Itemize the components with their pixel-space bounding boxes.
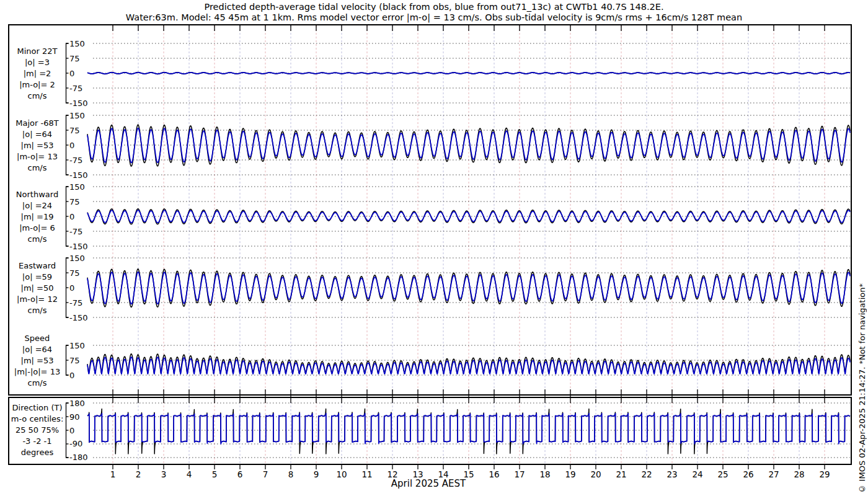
tidal-velocity-figure: Predicted depth-average tidal velocity (… [0,0,868,496]
y-tick-label: 75 [69,356,80,365]
y-tick-label: -180 [69,453,88,462]
y-tick-label: 150 [69,111,85,120]
panel-major-label-line: |o| =64 [22,130,52,139]
direction-panel-box [9,397,851,464]
x-axis-title: April 2025 AEST [87,478,769,489]
panel-eastward-label-line: |m-o|= 12 [17,294,58,304]
panel-major-label-line: |m| =53 [21,141,54,150]
y-tick-label: 150 [69,182,85,192]
y-tick-label: 150 [69,39,85,48]
y-tick-label: 0 [69,141,74,150]
panel-eastward-label-line: |o| =59 [22,272,52,281]
panel-northward-label-line: |m| =19 [21,212,54,221]
panel-speed-label-line: Speed [25,334,50,343]
panel-northward-label-line: Northward [16,190,58,199]
panel-eastward-label-line: cm/s [28,306,47,315]
y-tick-label: -150 [69,170,88,180]
panel-speed-label-line: |m|-|o|= 13 [14,367,60,376]
y-tick-label: -75 [69,298,82,308]
y-tick-label: -75 [69,84,82,93]
panel-minor-label-line: cm/s [28,91,47,100]
y-tick-label: -75 [69,156,82,165]
panel-northward-label-line: cm/s [28,234,47,244]
panel-eastward-label-line: Eastward [19,261,56,270]
y-tick-label: 0 [69,426,74,435]
x-tick-label: 29 [819,469,830,479]
panel-minor-label-line: Minor 22T [17,46,58,56]
panel-major-label-line: cm/s [28,163,47,172]
velocity-panels-box [9,25,851,395]
panel-direction-label-line: degrees [21,448,54,457]
panel-speed-label-line: cm/s [28,378,47,388]
y-tick-label: 180 [69,399,85,408]
imos-watermark: © IMOS 02-Apr-2025 21:14:27. *Not for na… [857,283,867,494]
panel-major-label-line: |m-o|= 13 [17,152,58,161]
panel-minor-model-line [87,73,850,74]
y-tick-label: 75 [69,197,80,206]
panel-direction-label-line: Direction (T) [12,403,63,412]
panel-speed-label-line: |m| =53 [21,356,54,365]
panel-speed-label-line: |o| =64 [22,345,52,354]
y-tick-label: 0 [69,371,74,380]
panel-major-label-line: Major -68T [16,118,58,128]
panel-northward-label-line: |o| =24 [22,201,52,210]
plot-svg: 1234567891011121314151617181920212223242… [0,0,868,496]
y-tick-label: 150 [69,254,85,263]
y-tick-label: 90 [69,412,80,422]
y-tick-label: 0 [69,283,74,293]
y-tick-label: -150 [69,242,88,251]
panel-northward-label-line: |m-o|= 6 [19,223,55,232]
y-tick-label: 150 [69,341,85,350]
y-tick-label: -90 [69,439,82,448]
x-tick-label: 28 [794,469,804,479]
panel-direction-label-line: -3 -2 -1 [22,436,51,446]
panel-minor-label-line: |m-o|= 2 [19,80,55,89]
y-tick-label: 75 [69,54,80,63]
y-tick-label: 0 [69,69,74,78]
panel-minor-label-line: |m| =2 [24,69,51,78]
panel-minor-label-line: |o| =3 [25,58,50,67]
y-tick-label: 0 [69,212,74,221]
y-tick-label: -150 [69,313,88,322]
panel-direction-label-line: m-o centiles: [11,414,64,423]
y-tick-label: 75 [69,268,80,278]
y-tick-label: 75 [69,126,80,135]
panel-eastward-label-line: |m| =50 [21,283,54,293]
panel-direction-label-line: 25 50 75% [16,425,59,435]
y-tick-label: -75 [69,227,82,236]
y-tick-label: -150 [69,99,88,108]
x-tick-label: 27 [768,469,779,479]
